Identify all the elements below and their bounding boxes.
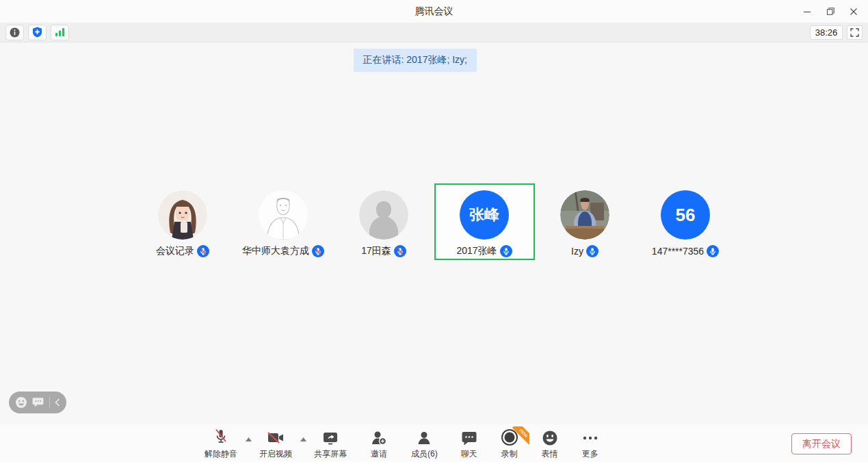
avatar-initials-text: 56 xyxy=(676,205,696,226)
app-title: 腾讯会议 xyxy=(415,5,453,18)
toolbar-label: 录制 xyxy=(501,448,518,460)
participant-name-row: 147****7356 xyxy=(652,245,719,257)
toolbar-label: 聊天 xyxy=(461,448,477,460)
participant-tile[interactable]: 17田森 xyxy=(334,183,434,260)
mic-options-caret[interactable] xyxy=(242,431,254,448)
minimize-button[interactable] xyxy=(798,3,816,20)
avatar-sketch-man xyxy=(259,190,308,240)
collapse-chevron-icon[interactable] xyxy=(55,398,60,407)
security-shield-icon[interactable] xyxy=(28,25,47,40)
participant-grid: 会议记录 xyxy=(0,183,868,260)
mic-muted-icon xyxy=(213,428,229,446)
members-button[interactable]: 成员(6) xyxy=(408,428,440,460)
toolbar-label: 表情 xyxy=(542,448,558,460)
participant-tile[interactable]: 华中师大袁方成 xyxy=(233,183,334,260)
toolbar-label: 邀请 xyxy=(371,448,387,460)
members-icon xyxy=(416,428,432,446)
toolbar-label: 开启视频 xyxy=(259,448,292,460)
start-video-button[interactable]: 开启视频 xyxy=(257,428,295,460)
reactions-button[interactable]: 表情 xyxy=(539,428,561,460)
avatar-initials: 56 xyxy=(661,190,710,240)
leave-meeting-button[interactable]: 离开会议 xyxy=(791,433,852,454)
avatar-illustration-girl xyxy=(158,190,207,240)
participant-tile[interactable]: 会议记录 xyxy=(133,183,233,260)
status-right: 38:26 xyxy=(810,25,863,40)
participant-name-row: 会议记录 xyxy=(156,245,209,257)
avatar-default-silhouette xyxy=(359,190,408,240)
reaction-pill[interactable] xyxy=(9,392,66,413)
meeting-timer: 38:26 xyxy=(810,25,843,40)
statusbar: 38:26 xyxy=(0,23,868,42)
pill-divider xyxy=(49,397,50,408)
toolbar-label: 成员(6) xyxy=(411,448,438,460)
avatar-initials-text: 张峰 xyxy=(469,205,499,225)
mic-speaking-badge-icon xyxy=(586,245,599,257)
window-controls xyxy=(798,0,863,23)
participant-name: 会议记录 xyxy=(156,245,194,257)
share-screen-button[interactable]: 共享屏幕 xyxy=(311,428,350,460)
chat-bubble-icon[interactable] xyxy=(32,397,44,408)
mic-speaking-badge-icon xyxy=(500,245,512,257)
status-icons xyxy=(5,25,69,40)
avatar-photo-man xyxy=(560,190,609,240)
close-button[interactable] xyxy=(845,3,863,20)
invite-icon xyxy=(370,428,388,446)
participant-name: 华中师大袁方成 xyxy=(242,245,309,257)
participant-name-row: Izy xyxy=(571,245,599,257)
more-icon xyxy=(581,428,599,446)
share-screen-icon xyxy=(321,428,339,446)
record-button[interactable]: new 录制 xyxy=(498,428,521,460)
fullscreen-icon[interactable] xyxy=(847,25,863,40)
more-button[interactable]: 更多 xyxy=(579,428,602,460)
chat-button[interactable]: 聊天 xyxy=(458,428,480,460)
emoji-icon[interactable] xyxy=(15,396,27,409)
mic-muted-badge-icon xyxy=(197,245,209,257)
participant-name: 2017张峰 xyxy=(456,245,497,257)
participant-tile[interactable]: 56 147****7356 xyxy=(635,183,736,260)
toolbar-items: 解除静音 开启视频 xyxy=(202,424,602,460)
toolbar-label: 共享屏幕 xyxy=(314,448,347,460)
record-icon xyxy=(501,428,518,446)
emoji-icon xyxy=(542,428,558,446)
video-options-caret[interactable] xyxy=(297,431,309,448)
avatar-initials: 张峰 xyxy=(460,190,509,240)
participant-tile-active-speaker[interactable]: 张峰 2017张峰 xyxy=(434,183,535,260)
toolbar-label: 解除静音 xyxy=(205,448,237,460)
participant-tile[interactable]: Izy xyxy=(535,183,635,260)
mic-unmuted-badge-icon xyxy=(707,245,719,257)
participant-name-row: 华中师大袁方成 xyxy=(242,245,324,257)
active-speaker-banner: 正在讲话: 2017张峰; Izy; xyxy=(354,49,477,72)
restore-button[interactable] xyxy=(821,3,839,20)
meeting-stage: 正在讲话: 2017张峰; Izy; 会议记录 xyxy=(0,43,868,424)
unmute-button[interactable]: 解除静音 xyxy=(202,428,240,460)
titlebar: 腾讯会议 xyxy=(0,0,868,23)
camera-off-icon xyxy=(266,428,285,446)
participant-name: Izy xyxy=(571,246,583,257)
toolbar-label: 更多 xyxy=(582,448,599,460)
participant-name: 147****7356 xyxy=(652,246,704,257)
invite-button[interactable]: 邀请 xyxy=(367,428,391,460)
participant-name-row: 17田森 xyxy=(361,245,406,257)
bottom-toolbar: 解除静音 开启视频 xyxy=(0,424,868,462)
meeting-info-icon[interactable] xyxy=(5,25,24,40)
participant-name: 17田森 xyxy=(361,245,391,257)
meeting-window: 腾讯会议 xyxy=(0,0,868,462)
network-signal-icon[interactable] xyxy=(51,25,69,40)
participant-name-row: 2017张峰 xyxy=(456,245,512,257)
mic-muted-badge-icon xyxy=(312,245,324,257)
chat-icon xyxy=(461,428,477,446)
mic-muted-badge-icon xyxy=(394,245,406,257)
